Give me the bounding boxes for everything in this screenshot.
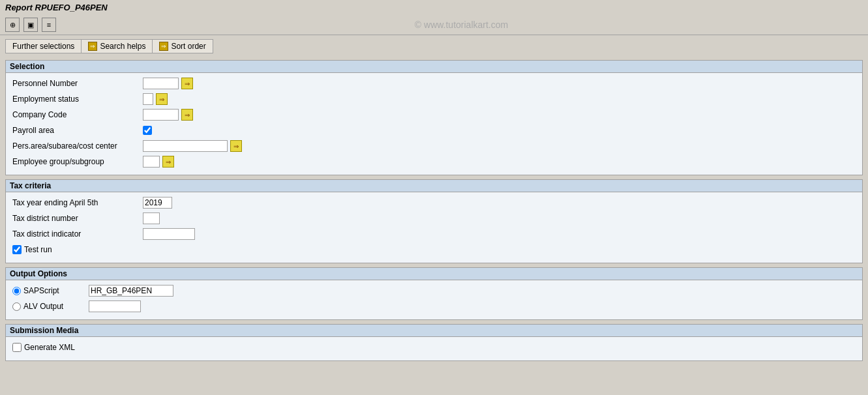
pers-area-row: Pers.area/subarea/cost center ⇒ <box>12 139 856 153</box>
output-options-body: SAPScript ALV Output <box>6 280 862 319</box>
company-code-search-btn[interactable]: ⇒ <box>181 109 193 121</box>
arrow-icon: ⇒ <box>159 96 164 103</box>
tax-district-indicator-label: Tax district indicator <box>12 229 143 239</box>
arrow-icon: ⇒ <box>185 80 190 87</box>
sapscript-label: SAPScript <box>23 286 89 295</box>
tax-criteria-section: Tax criteria Tax year ending April 5th T… <box>5 179 863 263</box>
main-content: Selection Personnel Number ⇒ Employment … <box>0 57 868 368</box>
sapscript-value-input[interactable] <box>89 285 173 297</box>
company-code-label: Company Code <box>12 110 143 119</box>
sort-order-arrow-icon: ⇒ <box>159 42 168 51</box>
sapscript-radio[interactable] <box>12 287 21 295</box>
output-options-section: Output Options SAPScript ALV Output <box>5 267 863 320</box>
tax-district-number-input[interactable] <box>143 212 160 224</box>
watermark: © www.tutorialkart.com <box>60 20 863 30</box>
generate-xml-row: Generate XML <box>12 341 856 354</box>
company-code-input[interactable] <box>143 109 179 121</box>
tax-criteria-body: Tax year ending April 5th Tax district n… <box>6 192 862 263</box>
generate-xml-checkbox[interactable] <box>12 343 22 352</box>
sort-order-label: Sort order <box>171 42 205 51</box>
toolbar-btn-1[interactable]: ⊕ <box>5 18 20 32</box>
tax-criteria-header: Tax criteria <box>6 180 862 192</box>
company-code-row: Company Code ⇒ <box>12 108 856 121</box>
test-run-checkbox[interactable] <box>12 245 22 254</box>
output-options-header: Output Options <box>6 268 862 280</box>
tax-district-indicator-input[interactable] <box>143 228 195 240</box>
employment-status-row: Employment status ⇒ <box>12 93 856 106</box>
tab-sort-order[interactable]: ⇒ Sort order <box>153 39 213 53</box>
tax-year-row: Tax year ending April 5th <box>12 196 856 209</box>
payroll-area-row: Payroll area <box>12 124 856 137</box>
search-helps-arrow-icon: ⇒ <box>88 42 97 51</box>
tax-year-label: Tax year ending April 5th <box>12 198 143 207</box>
payroll-area-checkbox[interactable] <box>143 126 152 135</box>
tab-bar: Further selections ⇒ Search helps ⇒ Sort… <box>0 35 868 57</box>
personnel-number-search-btn[interactable]: ⇒ <box>181 78 193 89</box>
employment-status-label: Employment status <box>12 95 143 104</box>
selection-section-header: Selection <box>6 61 862 73</box>
personnel-number-row: Personnel Number ⇒ <box>12 77 856 90</box>
personnel-number-input[interactable] <box>143 78 179 89</box>
title-bar: Report RPUEFO_P46PEN <box>0 0 868 15</box>
tab-further-selections[interactable]: Further selections <box>5 39 81 53</box>
alv-output-label: ALV Output <box>23 302 89 311</box>
toolbar-btn-3[interactable]: ≡ <box>42 18 56 32</box>
selection-section: Selection Personnel Number ⇒ Employment … <box>5 60 863 175</box>
arrow-icon: ⇒ <box>166 158 171 166</box>
tab-search-helps[interactable]: ⇒ Search helps <box>81 39 153 53</box>
tax-district-number-label: Tax district number <box>12 214 143 223</box>
employee-group-search-btn[interactable]: ⇒ <box>162 156 174 168</box>
tax-district-number-row: Tax district number <box>12 212 856 225</box>
toolbar: ⊕ ▣ ≡ © www.tutorialkart.com <box>0 15 868 35</box>
selection-section-body: Personnel Number ⇒ Employment status ⇒ C… <box>6 73 862 175</box>
toolbar-btn-2[interactable]: ▣ <box>23 18 38 32</box>
further-selections-label: Further selections <box>12 42 74 51</box>
employee-group-row: Employee group/subgroup ⇒ <box>12 155 856 168</box>
employment-status-input[interactable] <box>143 93 153 105</box>
employee-group-input[interactable] <box>143 156 160 168</box>
submission-media-header: Submission Media <box>6 325 862 337</box>
test-run-row: Test run <box>12 243 856 256</box>
pers-area-input[interactable] <box>143 140 228 152</box>
employment-status-search-btn[interactable]: ⇒ <box>156 93 168 105</box>
sapscript-row: SAPScript <box>12 284 856 297</box>
alv-output-input[interactable] <box>89 300 141 312</box>
employee-group-label: Employee group/subgroup <box>12 157 143 166</box>
tax-year-input[interactable] <box>143 197 172 209</box>
payroll-area-label: Payroll area <box>12 126 143 135</box>
pers-area-search-btn[interactable]: ⇒ <box>230 140 242 152</box>
submission-media-section: Submission Media Generate XML <box>5 324 863 361</box>
alv-output-radio[interactable] <box>12 302 21 311</box>
alv-output-row: ALV Output <box>12 300 856 313</box>
report-title: Report RPUEFO_P46PEN <box>5 3 108 12</box>
test-run-label: Test run <box>24 245 52 254</box>
personnel-number-label: Personnel Number <box>12 79 143 88</box>
arrow-icon: ⇒ <box>233 143 239 150</box>
generate-xml-label: Generate XML <box>24 343 75 352</box>
tax-district-indicator-row: Tax district indicator <box>12 227 856 241</box>
pers-area-label: Pers.area/subarea/cost center <box>12 141 143 151</box>
search-helps-label: Search helps <box>100 42 145 51</box>
arrow-icon: ⇒ <box>185 111 190 119</box>
submission-media-body: Generate XML <box>6 337 862 360</box>
